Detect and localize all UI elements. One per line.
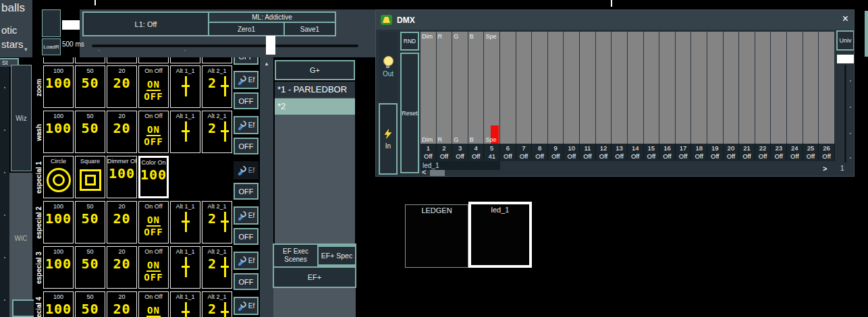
scene-cell[interactable]: 2020	[107, 246, 137, 289]
ef-button[interactable]: Ef	[234, 297, 259, 315]
universe-slider-handle[interactable]	[837, 55, 854, 63]
channel-value-cell[interactable]: 24Off	[787, 144, 803, 161]
channel-value-cell[interactable]: 10Off	[564, 144, 580, 161]
grid-scroll-strip[interactable]: ▴	[260, 57, 273, 317]
scene-cell[interactable]: On OffONOFF	[138, 246, 169, 289]
channel-value-cell[interactable]: 8Off	[532, 144, 548, 161]
ef-button[interactable]: Ef	[234, 252, 259, 270]
dmx-fader[interactable]	[707, 32, 724, 144]
left-panel-item[interactable]: balls	[0, 0, 32, 16]
ef-button[interactable]: Ef	[234, 206, 259, 225]
scene-cell[interactable]	[43, 57, 74, 63]
channel-value-cell[interactable]: 7Off	[516, 144, 533, 161]
channel-value-cell[interactable]: 26Off	[819, 144, 835, 161]
scroll-up-icon[interactable]: ▴	[260, 57, 273, 67]
dmx-fader[interactable]	[787, 32, 803, 144]
scene-cell[interactable]: 100100	[43, 111, 74, 153]
mini-fader-button[interactable]	[42, 9, 61, 37]
speed-slider-handle[interactable]	[266, 36, 275, 55]
dmx-fader[interactable]	[532, 32, 548, 144]
channel-value-cell[interactable]: 3Off	[452, 144, 468, 161]
channel-value-cell[interactable]: 21Off	[739, 144, 755, 161]
fixture-box-ledgen[interactable]: LEDGEN	[405, 204, 468, 268]
wic-label[interactable]: WiC	[9, 235, 32, 242]
dmx-fader[interactable]: SpeSpe	[484, 32, 500, 144]
loadr-button[interactable]: LoadR	[42, 38, 61, 55]
scene-cell[interactable]	[75, 57, 105, 63]
scene-cell[interactable]: Alt 2_12	[202, 246, 232, 289]
off-button[interactable]: OFF	[234, 92, 259, 109]
scene-cell[interactable]: Dimmer Off100	[107, 156, 137, 198]
rnd-button[interactable]: RND	[400, 32, 419, 51]
scene-cell[interactable]: On OffONOFF	[138, 65, 169, 108]
wiz-button[interactable]: Wiz	[11, 65, 32, 171]
scene-cell[interactable]: 2020	[107, 111, 137, 153]
speed-slider-track[interactable]	[92, 45, 358, 47]
channel-value-cell[interactable]: 17Off	[676, 144, 692, 161]
channel-value-cell[interactable]: 18Off	[691, 144, 707, 161]
dmx-out-button[interactable]: Out	[379, 32, 398, 102]
reset-button[interactable]: Reset	[400, 53, 419, 173]
scene-cell[interactable]: 2020	[107, 291, 137, 317]
dmx-fader[interactable]	[516, 32, 533, 144]
scroll-right-icon[interactable]: >	[823, 165, 827, 173]
dmx-fader[interactable]	[819, 32, 835, 144]
channel-value-cell[interactable]: 1Off	[421, 144, 437, 161]
scene-cell[interactable]: 100100	[43, 201, 74, 243]
channel-value-cell[interactable]: 23Off	[771, 144, 787, 161]
chevron-down-icon[interactable]: ▾	[24, 46, 32, 53]
scene-cell[interactable]: Alt 2_12	[202, 65, 232, 108]
close-icon[interactable]: ×	[842, 13, 848, 25]
dmx-fader[interactable]	[803, 32, 819, 144]
scene-cell[interactable]: On OffONOFF	[138, 111, 169, 153]
scene-cell[interactable]: Alt 1_1	[170, 65, 200, 108]
off-button[interactable]: OFF	[234, 273, 259, 290]
channel-value-cell[interactable]: 15Off	[644, 144, 660, 161]
dmx-fader[interactable]: RR	[437, 32, 453, 144]
ef-spec-button[interactable]: EF+ Spec	[319, 247, 355, 264]
scene-cell[interactable]: On OffONOFF	[138, 57, 169, 63]
scene-cell[interactable]: Alt 1_1	[170, 291, 200, 317]
ef-plus-button[interactable]: EF+	[274, 268, 355, 287]
scene-cell[interactable]: Alt 2_12	[202, 57, 232, 63]
dmx-fader[interactable]	[612, 32, 628, 144]
scene-cell[interactable]: Color On100	[138, 156, 169, 198]
scene-cell[interactable]: Alt 2_12	[202, 111, 232, 153]
channel-value-cell[interactable]: 16Off	[659, 144, 676, 161]
scene-cell[interactable]: 100100	[43, 65, 74, 108]
channel-value-cell[interactable]: 541	[484, 144, 500, 161]
dmx-fader[interactable]	[644, 32, 660, 144]
dmx-fader[interactable]	[500, 32, 516, 144]
group-list-item[interactable]: *2	[275, 98, 355, 115]
scene-cell[interactable]: Square	[75, 156, 105, 198]
fixture-box-led1[interactable]: led_1	[468, 202, 532, 268]
scene-cell[interactable]: 5050	[75, 201, 105, 243]
g-plus-button[interactable]: G+	[275, 60, 355, 80]
scene-cell[interactable]: On OffONOFF	[138, 291, 169, 317]
scene-cell[interactable]: 100100	[43, 246, 74, 289]
scene-cell[interactable]: 2020	[107, 201, 137, 243]
channel-value-cell[interactable]: 14Off	[628, 144, 644, 161]
scene-cell[interactable]: Alt 1_1	[170, 57, 200, 63]
channel-value-cell[interactable]: 13Off	[612, 144, 628, 161]
scene-cell[interactable]: 2020	[107, 65, 137, 108]
zero1-button[interactable]: Zero1	[209, 23, 283, 35]
left-scrollbar[interactable]	[0, 67, 9, 317]
scene-cell[interactable]: Circle	[43, 156, 74, 198]
channel-value-cell[interactable]: 9Off	[548, 144, 564, 161]
dmx-fader[interactable]	[564, 32, 580, 144]
left-panel-item[interactable]: otic	[0, 23, 32, 37]
dmx-fader[interactable]	[580, 32, 596, 144]
dmx-fader[interactable]	[724, 32, 740, 144]
scene-cell[interactable]: Alt 1_1	[170, 246, 200, 289]
channel-value-cell[interactable]: 22Off	[755, 144, 771, 161]
scene-cell[interactable]: 5050	[75, 111, 105, 153]
dmx-fader[interactable]: DimDim	[421, 32, 437, 144]
dmx-fader[interactable]	[771, 32, 787, 144]
universe-slider-track[interactable]	[844, 65, 846, 163]
dmx-fader[interactable]	[739, 32, 755, 144]
channel-value-cell[interactable]: 25Off	[803, 144, 819, 161]
channel-value-cell[interactable]: 12Off	[596, 144, 612, 161]
dmx-fader[interactable]	[691, 32, 707, 144]
h-scrollbar-handle[interactable]	[430, 170, 445, 176]
